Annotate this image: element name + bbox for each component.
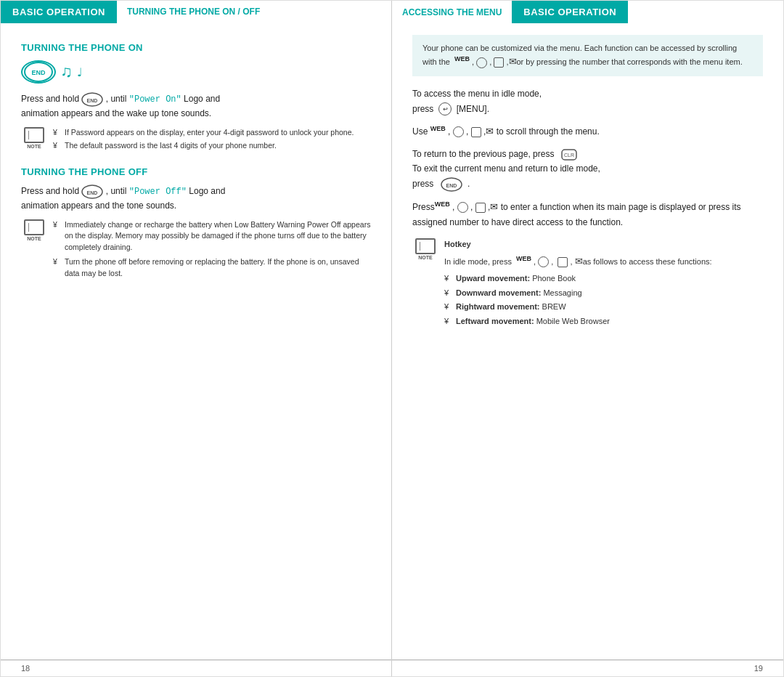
right-header: ACCESSING THE MENU BASIC OPERATION [392, 1, 783, 23]
end-button-icon: END [21, 60, 56, 84]
nav-sq-icon [471, 127, 481, 137]
right-page: ACCESSING THE MENU BASIC OPERATION Your … [392, 1, 783, 676]
menu-button-icon: ↩ [438, 102, 452, 115]
left-page-number: 18 [21, 664, 30, 673]
hotkey-note-icon: NOTE [412, 238, 438, 260]
note-icon-off: NOTE [21, 219, 47, 241]
hotkey-item-4: ¥ Leftward movement: Mobile Web Browser [444, 315, 712, 328]
mail-hk-icon: ✉ [575, 255, 583, 266]
right-page-number: 19 [754, 664, 763, 673]
note-box-off: NOTE ¥ Immediately change or recharge th… [21, 219, 371, 281]
hotkey-intro: In idle mode, press WEB , , , ✉as follow… [444, 254, 712, 269]
svg-text:END: END [446, 183, 457, 188]
phone-on-illustration: END ♫ ♩ [21, 60, 371, 84]
mail2-icon: ✉ [486, 126, 494, 137]
note-box-on: NOTE ¥ If Password appears on the displa… [21, 127, 371, 153]
right-content: Your phone can be customized via the men… [392, 23, 783, 660]
note-text-on: ¥ If Password appears on the display, en… [53, 127, 354, 153]
svg-text:END: END [87, 190, 98, 195]
mail3-icon: ✉ [490, 201, 498, 212]
music-note-icon: ♫ [60, 62, 73, 81]
svg-text:END: END [31, 69, 46, 76]
svg-text:CLR: CLR [564, 153, 574, 158]
left-content: TURNING THE PHONE ON END ♫ ♩ Press and h… [1, 23, 391, 660]
right-footer: 19 [392, 660, 783, 676]
press-hold-off-text: Press and hold END , until "Power Off" L… [21, 185, 371, 212]
music-note2-icon: ♩ [77, 65, 83, 79]
hotkey-item-2: ¥ Downward movement: Messaging [444, 287, 712, 300]
nav-circle-icon [453, 126, 464, 137]
hotkey-text: Hotkey In idle mode, press WEB , , , ✉as… [444, 238, 712, 329]
nav-up-icon [476, 57, 487, 68]
hotkey-item-3: ¥ Rightward movement: BREW [444, 301, 712, 314]
back-btn-icon: CLR [561, 149, 577, 161]
press-hold-on-text: Press and hold END , until "Power On" Lo… [21, 92, 371, 120]
menu-para-1: To access the menu in idle mode, press ↩… [412, 86, 763, 116]
power-off-label: "Power Off" [129, 187, 187, 197]
left-header: BASIC OPERATION TURNING THE PHONE ON / O… [1, 1, 391, 23]
nav-square-icon [494, 57, 504, 68]
svg-text:END: END [87, 98, 98, 103]
note-icon-on: NOTE [21, 127, 47, 149]
right-header-teal: BASIC OPERATION [512, 1, 628, 23]
end-btn-icon: END [441, 177, 462, 192]
menu-para-5: PressWEB , , ,✉ to enter a function when… [412, 199, 763, 230]
menu-para-2: Use WEB , , ,✉ to scroll through the men… [412, 123, 763, 139]
hotkey-title: Hotkey [444, 238, 712, 251]
sq-hk-icon [558, 257, 568, 267]
left-header-subtitle: TURNING THE PHONE ON / OFF [117, 1, 270, 23]
menu-para-3: To return to the previous page, press CL… [412, 147, 763, 192]
left-page: BASIC OPERATION TURNING THE PHONE ON / O… [1, 1, 392, 676]
left-footer: 18 [1, 660, 391, 676]
hotkey-item-1: ¥ Upward movement: Phone Book [444, 272, 712, 285]
nav-s2-icon [475, 203, 486, 213]
nav-hk-icon [538, 256, 549, 267]
note-text-off: ¥ Immediately change or recharge the bat… [53, 219, 371, 281]
nav-c2-icon [457, 202, 468, 213]
left-header-teal: BASIC OPERATION [1, 1, 117, 23]
power-on-label: "Power On" [129, 94, 181, 105]
hotkey-section: NOTE Hotkey In idle mode, press WEB , , … [412, 238, 763, 329]
section-off-title: TURNING THE PHONE OFF [21, 166, 371, 177]
right-header-subtitle: ACCESSING THE MENU [392, 1, 512, 23]
section-on-title: TURNING THE PHONE ON [21, 42, 371, 53]
mail-icon: ✉ [509, 56, 517, 67]
info-box: Your phone can be customized via the men… [412, 35, 763, 76]
